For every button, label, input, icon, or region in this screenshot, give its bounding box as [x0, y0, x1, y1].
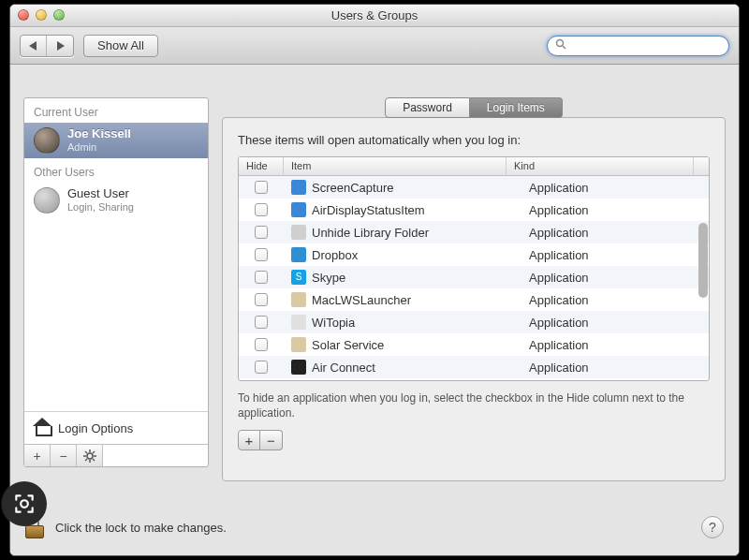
scrollbar-thumb[interactable]	[698, 223, 708, 298]
col-item[interactable]: Item	[284, 157, 507, 175]
app-icon	[291, 360, 306, 375]
close-window-button[interactable]	[18, 9, 29, 21]
app-icon	[291, 315, 306, 330]
table-row[interactable]: ScreenCaptureApplication	[239, 176, 709, 199]
login-items-panel: These items will open automatically when…	[222, 117, 726, 481]
tab-password[interactable]: Password	[385, 97, 470, 118]
item-name: WiTopia	[312, 316, 355, 330]
svg-point-2	[557, 40, 564, 47]
nav-segment	[20, 35, 74, 57]
svg-marker-0	[29, 41, 37, 51]
item-name: Solar Service	[312, 338, 384, 352]
remove-user-button[interactable]: −	[51, 445, 77, 466]
table-row[interactable]: AirDisplayStatusItemApplication	[239, 199, 709, 221]
svg-marker-1	[57, 41, 65, 51]
item-kind: Application	[529, 316, 589, 330]
item-name: MacLWSLauncher	[312, 293, 411, 307]
svg-line-9	[85, 451, 87, 453]
table-row[interactable]: SSkypeApplication	[239, 266, 709, 288]
table-body: ScreenCaptureApplicationAirDisplayStatus…	[239, 176, 709, 380]
add-login-item-button[interactable]: +	[238, 430, 260, 450]
app-icon	[291, 337, 306, 352]
user-name: Joe Kissell	[67, 127, 131, 141]
current-user-heading: Current User	[24, 98, 208, 123]
show-all-label: Show All	[97, 38, 144, 52]
hide-checkbox[interactable]	[255, 338, 268, 351]
users-sidebar: Current User Joe Kissell Admin Other Use…	[23, 97, 209, 467]
svg-line-12	[85, 459, 87, 461]
lock-text: Click the lock to make changes.	[55, 521, 227, 535]
lens-overlay-icon[interactable]	[2, 481, 47, 526]
forward-button[interactable]	[47, 36, 73, 56]
table-row[interactable]: Solar ServiceApplication	[239, 333, 709, 356]
content-area: Current User Joe Kissell Admin Other Use…	[10, 65, 739, 555]
item-kind: Application	[529, 338, 589, 352]
table-header: Hide Item Kind	[239, 157, 709, 176]
show-all-button[interactable]: Show All	[83, 35, 158, 57]
app-icon	[291, 180, 306, 195]
remove-login-item-button[interactable]: −	[260, 430, 283, 450]
hide-checkbox[interactable]	[255, 248, 268, 261]
table-row[interactable]: Air ConnectApplication	[239, 356, 709, 378]
help-button[interactable]: ?	[701, 516, 724, 538]
hide-checkbox[interactable]	[255, 361, 268, 374]
minimize-window-button[interactable]	[36, 9, 47, 21]
item-kind: Application	[529, 203, 589, 217]
bottom-bar: Click the lock to make changes. ?	[10, 499, 739, 555]
table-row[interactable]: Unhide Library FolderApplication	[239, 221, 709, 243]
item-kind: Application	[529, 226, 589, 240]
avatar-icon	[34, 127, 60, 154]
sidebar-footer: + −	[24, 444, 208, 466]
gear-icon	[83, 449, 96, 463]
zoom-window-button[interactable]	[53, 9, 65, 21]
item-name: ScreenCapture	[312, 181, 393, 195]
main-panel: Password Login Items These items will op…	[222, 97, 726, 481]
col-kind[interactable]: Kind	[507, 157, 694, 175]
svg-line-10	[93, 459, 95, 461]
app-icon	[291, 225, 306, 240]
search-field[interactable]	[547, 36, 729, 56]
hide-checkbox[interactable]	[255, 316, 268, 329]
house-icon	[34, 420, 51, 436]
panel-hint: To hide an application when you log in, …	[238, 391, 710, 420]
item-kind: Application	[529, 361, 589, 375]
other-users-heading: Other Users	[24, 158, 208, 183]
search-icon	[555, 38, 566, 52]
svg-point-4	[87, 453, 93, 459]
table-row[interactable]: WiTopiaApplication	[239, 311, 709, 333]
app-icon	[291, 292, 306, 307]
hide-checkbox[interactable]	[255, 226, 268, 239]
hide-checkbox[interactable]	[255, 293, 268, 306]
add-user-button[interactable]: +	[24, 445, 51, 466]
table-row[interactable]: MacLWSLauncherApplication	[239, 288, 709, 311]
login-options-button[interactable]: Login Options	[24, 411, 208, 444]
login-options-label: Login Options	[58, 421, 133, 435]
col-hide[interactable]: Hide	[239, 157, 284, 175]
item-name: Dropbox	[312, 248, 358, 262]
hide-checkbox[interactable]	[255, 181, 268, 194]
window-title: Users & Groups	[331, 8, 418, 22]
toolbar: Show All	[10, 27, 739, 65]
search-input[interactable]	[572, 38, 721, 53]
table-row[interactable]: DropboxApplication	[239, 243, 709, 266]
preferences-window: Users & Groups Show All	[9, 4, 740, 556]
hide-checkbox[interactable]	[255, 203, 268, 216]
item-name: Unhide Library Folder	[312, 226, 429, 240]
user-actions-button[interactable]	[77, 445, 103, 466]
user-role: Admin	[67, 141, 131, 154]
add-remove-segment: + −	[238, 430, 710, 450]
panel-intro: These items will open automatically when…	[238, 133, 710, 147]
item-kind: Application	[529, 271, 589, 285]
sidebar-user-guest[interactable]: Guest User Login, Sharing	[24, 183, 208, 218]
login-items-table: Hide Item Kind ScreenCaptureApplicationA…	[238, 156, 710, 381]
tab-login-items[interactable]: Login Items	[470, 97, 563, 118]
hide-checkbox[interactable]	[255, 271, 268, 284]
back-button[interactable]	[21, 36, 47, 56]
item-name: AirDisplayStatusItem	[312, 203, 425, 217]
svg-line-3	[563, 46, 565, 49]
tabs: Password Login Items	[222, 97, 726, 118]
item-name: Air Connect	[312, 361, 375, 375]
sidebar-user-current[interactable]: Joe Kissell Admin	[24, 123, 208, 158]
svg-point-13	[21, 500, 28, 508]
svg-line-11	[93, 451, 95, 453]
